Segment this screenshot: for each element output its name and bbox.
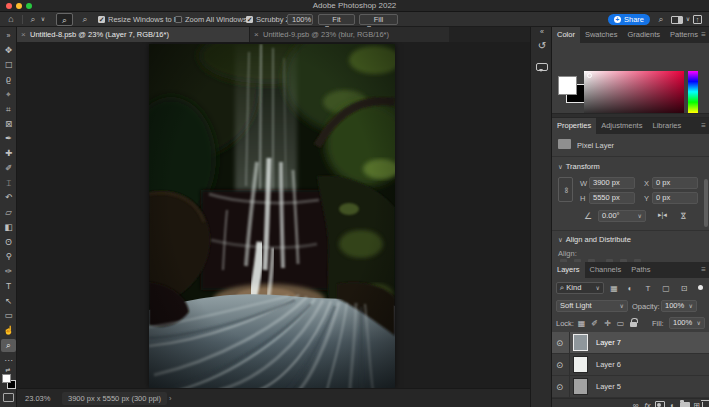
close-tab-icon[interactable]: × [21,27,26,42]
tab-untitled-8[interactable]: × Untitled-8.psb @ 23% (Layer 7, RGB/16*… [17,27,249,42]
layer-thumbnail[interactable] [573,378,588,395]
fit-screen-button[interactable]: Fit Screen [318,14,355,25]
layer-name[interactable]: Layer 6 [596,354,621,376]
color-cursor-icon[interactable] [587,73,592,78]
blur-tool[interactable]: ʘ [0,236,17,249]
foreground-color-swatch[interactable] [2,374,11,383]
filter-type-layers-icon[interactable]: T [642,282,654,295]
layer-row-7[interactable]: ⊙ Layer 7 [552,332,709,354]
panel-menu-icon[interactable]: ≡ [701,118,706,134]
eraser-tool[interactable]: ▱ [0,206,17,219]
rectangle-tool[interactable]: ▭ [0,309,17,322]
tab-properties[interactable]: Properties [552,118,596,134]
delete-layer-icon[interactable] [702,402,709,407]
layer-thumbnail[interactable] [573,334,588,351]
y-field[interactable]: 0 px [652,192,698,204]
lock-pixels-icon[interactable]: ✐ [589,317,600,330]
lock-artboard-icon[interactable]: ▭ [615,317,626,330]
export-icon[interactable]: ↑ [693,15,702,24]
tab-layers[interactable]: Layers [552,262,585,278]
blend-mode-dropdown[interactable]: Soft Light∨ [556,300,628,312]
flip-vertical-icon[interactable]: ⋈ [680,211,688,220]
tab-untitled-9[interactable]: × Untitled-9.psb @ 23% (blur, RGB/16*) [249,27,449,42]
align-section-header[interactable]: ∨Align and Distribute [558,235,631,244]
layer-row-6[interactable]: ⊙ Layer 6 [552,354,709,376]
gradient-tool[interactable]: ◧ [0,221,17,234]
history-panel-icon[interactable]: ↺ [531,40,553,51]
link-dimensions-icon[interactable]: ∞ [558,177,573,202]
link-layers-icon[interactable]: ∞ [630,399,641,407]
zoom-out-button[interactable]: ⌕ [77,12,93,27]
layer-row-5[interactable]: ⊙ Layer 5 [552,376,709,398]
tab-libraries[interactable]: Libraries [647,118,686,134]
tab-gradients[interactable]: Gradients [622,27,665,43]
lock-transparency-icon[interactable]: ▦ [576,317,587,330]
screen-mode-icon[interactable] [3,393,14,402]
filter-smart-objects-icon[interactable]: ⊡ [678,282,690,295]
close-tab-icon[interactable]: × [254,27,259,42]
home-icon[interactable]: ⌂ [5,12,17,27]
rectangular-marquee-tool[interactable]: ☐ [0,59,17,72]
tab-color[interactable]: Color [552,27,580,43]
layer-visibility-icon[interactable]: ⊙ [556,332,563,354]
lock-all-icon[interactable] [630,322,637,327]
canvas-image[interactable] [149,44,395,388]
tab-paths[interactable]: Paths [626,262,655,278]
tab-patterns[interactable]: Patterns [665,27,703,43]
path-selection-tool[interactable]: ↖ [0,295,17,308]
clone-stamp-tool[interactable]: ⌶ [0,177,17,190]
filter-shape-layers-icon[interactable]: ▢ [660,282,672,295]
pen-tool[interactable]: ✑ [0,265,17,278]
layer-name[interactable]: Layer 5 [596,376,621,398]
frame-tool[interactable]: ⊠ [0,118,17,131]
x-field[interactable]: 0 px [652,177,698,189]
zoom-level-field[interactable]: 100% [287,14,313,25]
flip-horizontal-icon[interactable]: ▸|◂ [658,211,667,219]
tool-preset-chevron-icon[interactable]: ∨ [39,12,47,27]
history-brush-tool[interactable]: ↶ [0,191,17,204]
zoom-in-button[interactable]: ⌕ [56,13,73,26]
lasso-tool[interactable]: ϱ [0,73,17,86]
transform-section-header[interactable]: ∨Transform [558,162,600,171]
workspace-icon[interactable] [671,16,683,24]
fill-screen-button[interactable]: Fill Screen [359,14,398,25]
tab-adjustments[interactable]: Adjustments [596,118,647,134]
document-info[interactable]: 3900 px x 5550 px (300 ppi) [62,392,167,405]
width-field[interactable]: 3900 px [589,177,635,189]
layer-name[interactable]: Layer 7 [596,332,621,354]
fill-field[interactable]: 100%∨ [669,317,705,329]
zoom-all-windows-checkbox[interactable]: Zoom All Windows [175,12,247,27]
layer-filter-kind-dropdown[interactable]: ⌕ Kind∨ [556,282,604,294]
zoom-tool[interactable]: ⌕ [1,339,16,352]
zoom-percentage[interactable]: 23.03% [25,389,50,407]
search-icon[interactable]: ⌕ [655,12,667,27]
resize-windows-to-fit-checkbox[interactable]: ✓ Resize Windows to Fit [98,12,182,27]
panel-menu-icon[interactable]: ≡ [701,262,706,278]
comments-panel-icon[interactable] [536,63,548,71]
panel-scrollbar[interactable] [704,179,708,227]
layer-effects-icon[interactable]: fx [642,399,653,407]
filter-pixel-layers-icon[interactable]: ▦ [608,282,620,295]
layer-thumbnail[interactable] [573,356,588,373]
opacity-field[interactable]: 100%∨ [661,300,697,312]
collapse-dock-icon[interactable]: « [531,28,553,35]
zoom-tool-icon[interactable]: ⌕ [27,12,39,27]
dodge-tool[interactable]: ⚲ [0,250,17,263]
workspace-chevron-icon[interactable]: ∨ [684,12,692,27]
type-tool[interactable]: T [0,280,17,293]
filter-adjustment-layers-icon[interactable]: ◐ [624,282,636,295]
tab-swatches[interactable]: Swatches [580,27,623,43]
height-field[interactable]: 5550 px [589,192,635,204]
hand-tool[interactable]: ☝ [0,324,17,337]
layer-visibility-icon[interactable]: ⊙ [556,376,563,398]
rotation-field[interactable]: 0.00°∨ [598,210,646,222]
document-area[interactable] [17,42,530,388]
brush-tool[interactable]: ✐ [0,162,17,175]
add-layer-mask-icon[interactable] [655,401,665,407]
spot-healing-brush-tool[interactable]: ✚ [0,147,17,160]
status-chevron-icon[interactable]: › [169,389,172,407]
foreground-color-swatch[interactable] [558,76,577,95]
lock-position-icon[interactable]: ✛ [602,317,613,330]
share-button[interactable]: + Share [608,14,650,25]
crop-tool[interactable]: ⌗ [0,103,17,116]
